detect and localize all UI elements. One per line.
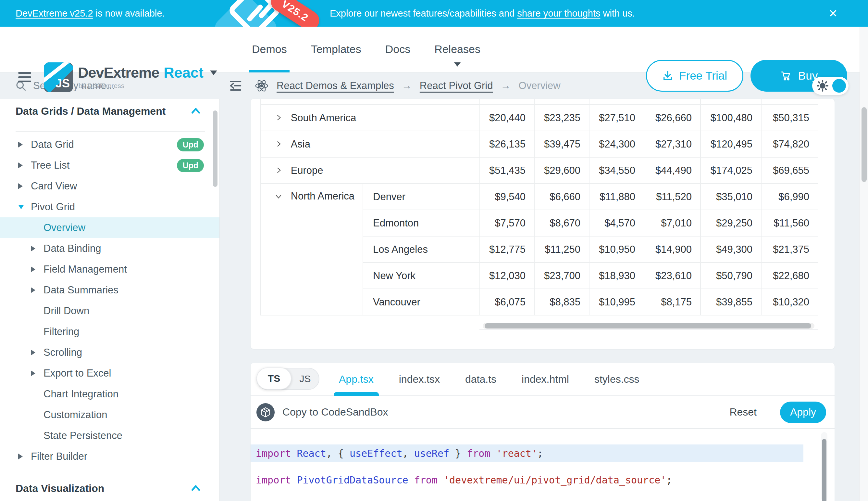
value-cell[interactable]: $44,490 [644,157,701,183]
value-cell[interactable]: $10,320 [761,289,818,315]
value-cell[interactable]: $49,300 [701,236,761,263]
hamburger-menu-icon[interactable] [18,72,31,85]
value-cell[interactable]: $51,435 [480,157,534,183]
sidebar-item-card-view[interactable]: Card View [0,176,219,196]
brand[interactable]: DevExtreme React [78,64,217,81]
value-cell[interactable]: $24,300 [589,131,644,157]
value-cell[interactable]: $35,010 [701,183,761,210]
reset-button[interactable]: Reset [729,406,757,418]
nav-docs[interactable]: Docs [385,26,410,72]
sidebar-item-state-persistence[interactable]: State Persistence [0,425,219,446]
row-header-cell[interactable]: Europe [260,157,480,183]
apply-button[interactable]: Apply [780,402,826,423]
platform-dropdown-caret-icon[interactable] [210,71,217,75]
devextreme-logo[interactable]: JS [44,62,73,92]
sidebar-section-data-visualization[interactable]: Data Visualization [0,476,219,494]
value-cell[interactable]: $34,550 [589,157,644,183]
value-cell[interactable]: $21,375 [761,236,818,263]
value-cell[interactable]: $50,790 [701,263,761,289]
banner-version-link[interactable]: DevExtreme v25.2 [15,8,93,19]
value-cell[interactable]: $6,075 [480,289,534,315]
tab-index-tsx[interactable]: index.tsx [399,363,440,395]
sidebar-item-chart-integration[interactable]: Chart Integration [0,384,219,405]
sidebar-item-filtering[interactable]: Filtering [0,321,219,342]
value-cell[interactable]: $69,655 [761,157,818,183]
pivot-horizontal-scrollbar[interactable] [480,322,818,330]
codesandbox-icon[interactable] [256,403,275,422]
value-cell[interactable]: $7,570 [480,210,534,236]
value-cell[interactable]: $39,475 [534,131,589,157]
copy-to-codesandbox-label[interactable]: Copy to CodeSandBox [283,406,388,418]
value-cell[interactable]: $18,930 [589,263,644,289]
value-cell[interactable]: $11,520 [644,183,701,210]
code-editor[interactable]: import React, { useEffect, useRef } from… [251,429,835,501]
page-scrollbar[interactable] [859,26,868,501]
value-cell[interactable]: $27,310 [644,131,701,157]
value-cell[interactable]: $23,235 [534,105,589,131]
collapse-chevron-down-icon[interactable] [274,192,283,201]
tab-styles-css[interactable]: styles.css [594,363,639,395]
expand-chevron-right-icon[interactable] [274,166,283,174]
city-cell[interactable]: Denver [363,183,480,210]
value-cell[interactable]: $20,440 [480,105,534,131]
value-cell[interactable]: $8,835 [534,289,589,315]
tab-data-ts[interactable]: data.ts [465,363,496,395]
breadcrumb-demos-link[interactable]: React Demos & Examples [277,80,394,92]
language-ts-option[interactable]: TS [256,367,292,390]
value-cell[interactable]: $11,880 [589,183,644,210]
sidebar-item-data-summaries[interactable]: Data Summaries [0,280,219,300]
city-cell[interactable]: Edmonton [363,210,480,236]
value-cell[interactable]: $8,670 [534,210,589,236]
value-cell[interactable]: $23,700 [534,263,589,289]
value-cell[interactable]: $7,010 [644,210,701,236]
value-cell[interactable]: $50,315 [761,105,818,131]
tab-index-html[interactable]: index.html [521,363,569,395]
sidebar-item-data-grid[interactable]: Data Grid Upd [0,134,219,155]
nav-templates[interactable]: Templates [311,26,361,72]
value-cell[interactable]: $6,660 [534,183,589,210]
sidebar-item-scrolling[interactable]: Scrolling [0,342,219,363]
banner-close-icon[interactable]: ✕ [828,8,838,19]
value-cell[interactable]: $11,560 [761,210,818,236]
city-cell[interactable]: New York [363,263,480,289]
value-cell[interactable]: $39,855 [701,289,761,315]
sidebar-item-customization[interactable]: Customization [0,405,219,425]
sidebar-item-overview[interactable]: Overview [0,217,219,238]
sidebar-item-filter-builder[interactable]: Filter Builder [0,446,219,467]
value-cell[interactable]: $26,135 [480,131,534,157]
sidebar-item-pivot-grid[interactable]: Pivot Grid [0,196,219,217]
language-toggle[interactable]: TS JS [256,368,319,390]
share-thoughts-link[interactable]: share your thoughts [517,8,600,19]
value-cell[interactable]: $27,510 [589,105,644,131]
sidebar-scrollbar-thumb[interactable] [213,110,218,187]
sidebar-item-drill-down[interactable]: Drill Down [0,300,219,321]
row-header-cell-north-america[interactable]: North America [260,183,363,315]
breadcrumb-pivot-grid-link[interactable]: React Pivot Grid [420,80,493,92]
value-cell[interactable]: $174,025 [701,157,761,183]
value-cell[interactable]: $74,820 [761,131,818,157]
scrollbar-track[interactable] [483,323,814,329]
value-cell[interactable]: $12,775 [480,236,534,263]
value-cell[interactable]: $10,995 [589,289,644,315]
language-js-option[interactable]: JS [292,373,319,384]
code-scrollbar[interactable] [821,432,827,501]
value-cell[interactable]: $26,660 [644,105,701,131]
nav-releases[interactable]: Releases [434,26,481,72]
value-cell[interactable]: $120,495 [701,131,761,157]
value-cell[interactable]: $6,990 [761,183,818,210]
value-cell[interactable]: $4,570 [589,210,644,236]
tab-app-tsx[interactable]: App.tsx [339,363,374,395]
code-scrollbar-thumb[interactable] [822,439,826,501]
city-cell[interactable]: Vancouver [363,289,480,315]
value-cell[interactable]: $29,600 [534,157,589,183]
collapse-panel-icon[interactable] [229,80,242,92]
value-cell[interactable]: $29,250 [701,210,761,236]
sidebar-scrollbar[interactable] [212,99,218,501]
sidebar-item-field-management[interactable]: Field Management [0,259,219,280]
scrollbar-thumb[interactable] [485,323,811,329]
row-header-cell[interactable]: Asia [260,131,480,157]
sidebar-item-tree-list[interactable]: Tree List Upd [0,155,219,176]
value-cell[interactable]: $23,610 [644,263,701,289]
expand-chevron-right-icon[interactable] [274,140,283,148]
expand-chevron-right-icon[interactable] [274,114,283,122]
